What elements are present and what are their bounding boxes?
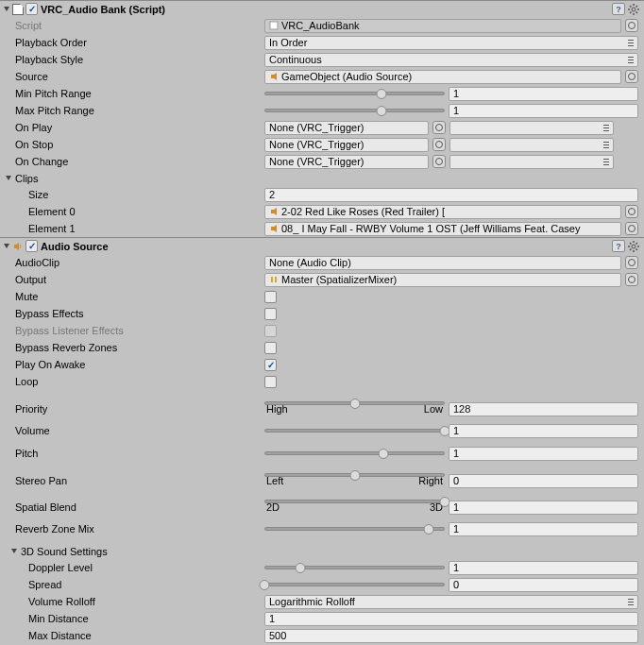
playback-order-label: Playback Order bbox=[15, 37, 264, 48]
help-icon[interactable]: ? bbox=[612, 240, 625, 252]
pitch-label: Pitch bbox=[15, 448, 264, 459]
enable-checkbox[interactable] bbox=[25, 3, 38, 15]
size-input[interactable]: 2 bbox=[264, 188, 638, 202]
stereo-pan-input[interactable]: 0 bbox=[449, 474, 638, 488]
element-1-field[interactable]: 08_ I May Fall - RWBY Volume 1 OST (Jeff… bbox=[264, 222, 621, 236]
max-distance-label: Max Distance bbox=[28, 630, 264, 641]
volume-rolloff-dropdown[interactable]: Logarithmic Rolloff bbox=[264, 595, 638, 609]
doppler-input[interactable]: 1 bbox=[449, 561, 638, 575]
script-label: Script bbox=[15, 20, 264, 31]
priority-label: Priority bbox=[15, 403, 264, 415]
script-icon bbox=[12, 4, 24, 15]
min-pitch-input[interactable]: 1 bbox=[449, 87, 638, 101]
vrc-audio-bank-component: VRC_Audio Bank (Script) ? ScriptVRC_Audi… bbox=[0, 0, 644, 237]
max-pitch-label: Max Pitch Range bbox=[15, 105, 264, 116]
reverb-zone-mix-input[interactable]: 1 bbox=[449, 522, 638, 536]
svg-line-15 bbox=[630, 243, 632, 245]
foldout-icon[interactable] bbox=[2, 242, 11, 251]
svg-line-5 bbox=[630, 6, 632, 8]
element-0-label: Element 0 bbox=[28, 206, 264, 217]
bypass-listener-checkbox bbox=[264, 325, 277, 337]
svg-rect-19 bbox=[271, 277, 273, 282]
priority-input[interactable]: 128 bbox=[449, 402, 638, 416]
bypass-listener-label: Bypass Listener Effects bbox=[15, 325, 264, 336]
spread-slider[interactable] bbox=[264, 578, 445, 592]
playback-order-dropdown[interactable]: In Order bbox=[264, 36, 638, 50]
max-pitch-slider[interactable] bbox=[264, 104, 445, 118]
output-field[interactable]: Master (SpatializerMixer) bbox=[264, 273, 621, 287]
object-picker-icon[interactable] bbox=[625, 70, 638, 83]
audioclip-field[interactable]: None (Audio Clip) bbox=[264, 256, 621, 270]
size-label: Size bbox=[28, 189, 264, 200]
reverb-zone-mix-slider[interactable] bbox=[264, 522, 445, 536]
component-title: VRC_Audio Bank (Script) bbox=[41, 4, 611, 15]
volume-input[interactable]: 1 bbox=[449, 424, 638, 438]
foldout-icon[interactable] bbox=[2, 5, 11, 14]
element-0-field[interactable]: 2-02 Red Like Roses (Red Trailer) [ bbox=[264, 205, 621, 219]
svg-line-17 bbox=[630, 248, 632, 250]
gear-icon[interactable] bbox=[627, 240, 640, 253]
on-stop-field[interactable]: None (VRC_Trigger) bbox=[264, 138, 429, 152]
script-field: VRC_AudioBank bbox=[264, 19, 621, 33]
source-field[interactable]: GameObject (Audio Source) bbox=[264, 70, 621, 84]
on-stop-dropdown[interactable] bbox=[449, 138, 614, 152]
svg-line-8 bbox=[636, 6, 638, 8]
on-change-field[interactable]: None (VRC_Trigger) bbox=[264, 155, 429, 169]
mute-label: Mute bbox=[15, 291, 264, 302]
speaker-icon bbox=[12, 241, 24, 252]
element-1-label: Element 1 bbox=[28, 223, 264, 234]
pitch-slider[interactable] bbox=[264, 447, 445, 461]
bypass-reverb-checkbox[interactable] bbox=[264, 342, 277, 354]
mute-checkbox[interactable] bbox=[264, 291, 277, 303]
clips-foldout[interactable]: Clips bbox=[0, 170, 644, 186]
component-header[interactable]: VRC_Audio Bank (Script) ? bbox=[0, 1, 644, 17]
play-on-awake-label: Play On Awake bbox=[15, 359, 264, 370]
doppler-slider[interactable] bbox=[264, 561, 445, 575]
3d-sound-foldout[interactable]: 3D Sound Settings bbox=[0, 543, 644, 559]
play-on-awake-checkbox[interactable] bbox=[264, 359, 277, 371]
reverb-zone-mix-label: Reverb Zone Mix bbox=[15, 523, 264, 535]
playback-style-dropdown[interactable]: Continuous bbox=[264, 53, 638, 67]
on-play-field[interactable]: None (VRC_Trigger) bbox=[264, 121, 429, 135]
object-picker-icon[interactable] bbox=[625, 273, 638, 286]
on-change-dropdown[interactable] bbox=[449, 155, 614, 169]
object-picker-icon[interactable] bbox=[625, 222, 638, 235]
spatial-blend-input[interactable]: 1 bbox=[449, 501, 638, 515]
bypass-effects-label: Bypass Effects bbox=[15, 308, 264, 319]
svg-point-10 bbox=[632, 245, 636, 248]
svg-line-16 bbox=[636, 248, 638, 250]
on-play-dropdown[interactable] bbox=[449, 121, 614, 135]
min-pitch-slider[interactable] bbox=[264, 87, 445, 101]
volume-slider[interactable] bbox=[264, 424, 445, 438]
min-pitch-label: Min Pitch Range bbox=[15, 88, 264, 99]
stereo-pan-label: Stereo Pan bbox=[15, 475, 264, 486]
max-distance-input[interactable]: 500 bbox=[264, 629, 638, 643]
svg-rect-9 bbox=[270, 22, 278, 29]
component-header[interactable]: Audio Source ? bbox=[0, 238, 644, 254]
help-icon[interactable]: ? bbox=[612, 3, 625, 15]
loop-label: Loop bbox=[15, 376, 264, 387]
object-picker-icon[interactable] bbox=[432, 155, 446, 168]
spatial-blend-label: Spatial Blend bbox=[15, 501, 264, 513]
spread-input[interactable]: 0 bbox=[449, 578, 638, 592]
audioclip-label: AudioClip bbox=[15, 257, 264, 268]
source-label: Source bbox=[15, 71, 264, 82]
min-distance-input[interactable]: 1 bbox=[264, 612, 638, 626]
on-change-label: On Change bbox=[15, 156, 264, 167]
max-pitch-input[interactable]: 1 bbox=[449, 104, 638, 118]
svg-line-18 bbox=[636, 243, 638, 245]
enable-checkbox[interactable] bbox=[25, 240, 38, 252]
gear-icon[interactable] bbox=[627, 3, 640, 16]
pitch-input[interactable]: 1 bbox=[449, 447, 638, 461]
object-picker-icon[interactable] bbox=[432, 138, 446, 151]
object-picker-icon[interactable] bbox=[432, 121, 446, 134]
object-picker-icon[interactable] bbox=[625, 205, 638, 218]
bypass-effects-checkbox[interactable] bbox=[264, 308, 277, 320]
svg-point-0 bbox=[632, 8, 636, 11]
loop-checkbox[interactable] bbox=[264, 376, 277, 388]
volume-rolloff-label: Volume Rolloff bbox=[28, 596, 264, 607]
object-picker-icon[interactable] bbox=[625, 256, 638, 269]
audio-source-component: Audio Source ? AudioClipNone (Audio Clip… bbox=[0, 237, 644, 644]
object-picker-icon[interactable] bbox=[625, 19, 638, 32]
spread-label: Spread bbox=[28, 579, 264, 590]
